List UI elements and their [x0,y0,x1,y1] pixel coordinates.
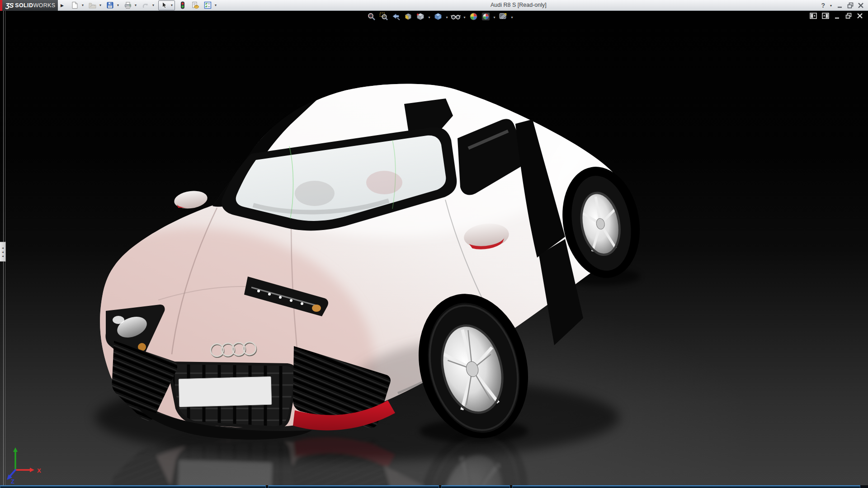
document-title: Audi R8 S [Read-only] [491,2,547,8]
front-grille [166,361,297,429]
zoom-to-area-icon [379,12,388,23]
app-minimize-button[interactable] [836,2,844,9]
collapse-arrow-icon: ◂ [2,254,4,258]
title-bar: ƷS SOLIDWORKS ▶ ▾▾▾▾▾▾▾ Audi R8 S [Read-… [0,0,868,11]
previous-view-icon [392,12,401,23]
save-button[interactable] [105,1,115,10]
graphics-area[interactable]: ▾▾▾▾▾ [0,11,868,488]
open-icon [89,2,97,9]
taskbar-segment[interactable] [512,485,860,488]
print-icon [124,1,132,9]
select-active-frame: ▾ [158,0,175,10]
hide-show-items-dropdown-icon[interactable]: ▾ [462,15,467,19]
menu-expand-arrow-icon[interactable]: ▶ [61,3,64,8]
view-orientation-button[interactable] [415,12,426,22]
zoom-to-fit-button[interactable] [366,12,377,22]
print-button[interactable] [123,1,133,10]
undo-button[interactable] [141,1,151,10]
collapse-arrow-icon: ◂ [2,246,4,249]
document-window-controls [810,13,863,19]
solidworks-logo-text: SOLIDWORKS [15,2,55,9]
doc-minimize-button[interactable] [834,13,841,19]
new-document-dropdown-icon[interactable]: ▾ [80,3,85,7]
hide-show-items-button[interactable] [450,12,461,22]
zoom-to-fit-icon [367,12,376,23]
help-icon[interactable]: ? [821,2,825,9]
hide-show-items-icon [451,12,461,23]
select-dropdown-icon[interactable]: ▾ [170,3,174,7]
apply-scene-dropdown-icon[interactable]: ▾ [492,15,496,19]
edit-appearance-icon [469,12,478,23]
save-icon [106,1,114,9]
undo-icon [142,2,150,9]
main-toolbar: ▾▾▾▾▾▾▾ [67,0,218,11]
logo-text-works: WORKS [33,2,55,9]
new-document-icon [71,1,79,9]
options-dropdown-icon[interactable]: ▾ [213,3,218,7]
open-dropdown-icon[interactable]: ▾ [98,3,103,7]
audi-r8-model[interactable] [0,11,868,488]
taskbar-segment[interactable] [441,485,510,488]
show-right-pane-icon[interactable] [822,13,830,19]
taskbar-segment[interactable] [0,485,266,488]
options-button[interactable] [203,1,213,10]
solidworks-logo-mark-icon: ƷS [5,1,13,9]
view-orientation-dropdown-icon[interactable]: ▾ [427,15,431,19]
zoom-to-area-button[interactable] [378,12,389,22]
options-icon [204,1,212,9]
section-view-button[interactable] [403,12,414,22]
save-dropdown-icon[interactable]: ▾ [116,3,120,7]
reference-triad: X Z [5,444,47,485]
display-style-dropdown-icon[interactable]: ▾ [445,15,449,19]
taskbar-edge [0,485,868,488]
previous-view-button[interactable] [391,12,401,22]
section-view-icon [404,12,413,23]
license-plate [179,376,272,407]
triad-z-label: Z [11,478,14,485]
view-settings-dropdown-icon[interactable]: ▾ [510,15,514,19]
titlebar-controls: ? ▾ [821,0,864,11]
undo-dropdown-icon[interactable]: ▾ [151,3,156,7]
show-left-pane-icon[interactable] [810,13,817,19]
collapse-arrow-icon: ◂ [2,250,4,253]
apply-scene-button[interactable] [480,12,491,22]
help-dropdown-icon[interactable]: ▾ [829,4,833,8]
app-restore-button[interactable] [847,2,854,9]
apply-scene-icon [481,12,490,23]
taskbar-segment[interactable] [268,485,439,488]
doc-close-button[interactable] [857,13,863,19]
display-style-icon [434,12,443,23]
rebuild-button[interactable] [178,1,188,10]
solidworks-logo: ƷS SOLIDWORKS [0,0,58,11]
file-properties-button[interactable] [190,1,200,10]
solidworks-window: ƷS SOLIDWORKS ▶ ▾▾▾▾▾▾▾ Audi R8 S [Read-… [0,0,868,488]
rebuild-icon [179,1,186,9]
view-orientation-icon [416,12,425,23]
select-icon [160,1,168,9]
view-settings-icon [499,12,508,23]
app-close-button[interactable] [857,2,864,9]
print-dropdown-icon[interactable]: ▾ [133,3,138,7]
display-style-button[interactable] [433,12,443,22]
doc-restore-button[interactable] [845,13,852,19]
left-mirror [173,189,209,211]
new-document-button[interactable] [70,1,80,10]
open-button[interactable] [88,1,98,10]
file-properties-icon [191,1,199,9]
view-settings-button[interactable] [498,12,509,22]
feature-tree-collapsed-tab[interactable]: ◂ ◂ ◂ [0,242,6,262]
heads-up-view-toolbar: ▾▾▾▾▾ [366,12,514,22]
logo-red-strip [0,0,2,11]
logo-text-solid: SOLID [15,2,33,9]
select-button[interactable] [159,1,169,10]
edit-appearance-button[interactable] [468,12,479,22]
triad-x-label: X [37,467,41,474]
